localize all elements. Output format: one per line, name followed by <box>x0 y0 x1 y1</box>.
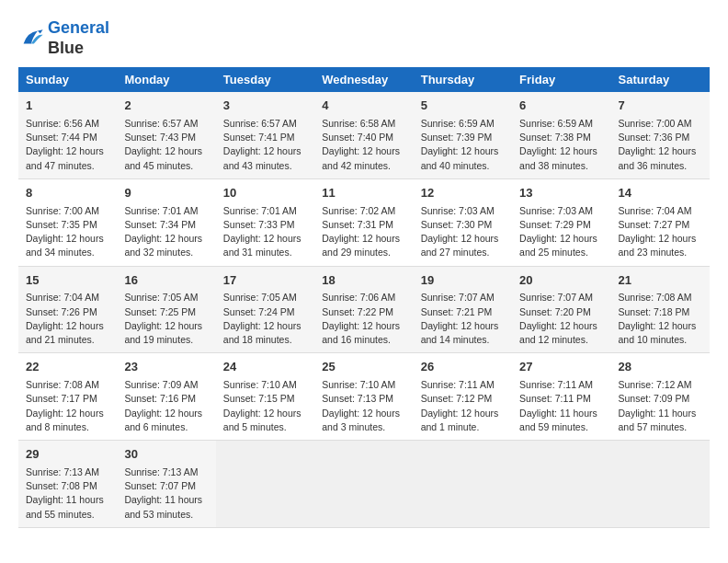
day-number: 8 <box>26 185 109 202</box>
daylight: Daylight: 12 hours and 12 minutes. <box>519 320 597 345</box>
sunrise: Sunrise: 7:12 AM <box>619 379 692 390</box>
sunrise: Sunrise: 7:11 AM <box>519 379 593 390</box>
sunrise: Sunrise: 7:07 AM <box>421 292 495 303</box>
day-number: 22 <box>26 359 109 376</box>
calendar-cell: 20Sunrise: 7:07 AMSunset: 7:20 PMDayligh… <box>512 266 610 353</box>
logo-text: General Blue <box>48 18 109 58</box>
day-number: 21 <box>619 272 702 290</box>
daylight: Daylight: 12 hours and 40 minutes. <box>421 145 499 170</box>
day-number: 14 <box>619 185 702 202</box>
sunrise: Sunrise: 7:04 AM <box>26 292 99 303</box>
calendar-cell: 28Sunrise: 7:12 AMSunset: 7:09 PMDayligh… <box>611 353 710 441</box>
day-number: 25 <box>322 359 405 376</box>
sunset: Sunset: 7:33 PM <box>223 219 295 230</box>
sunrise: Sunrise: 7:10 AM <box>322 379 395 390</box>
calendar-cell: 11Sunrise: 7:02 AMSunset: 7:31 PMDayligh… <box>314 178 413 266</box>
calendar-cell <box>611 441 710 528</box>
sunset: Sunset: 7:40 PM <box>322 132 393 143</box>
day-number: 11 <box>322 185 405 202</box>
day-number: 23 <box>124 359 208 376</box>
sunrise: Sunrise: 7:06 AM <box>322 292 395 303</box>
sunset: Sunset: 7:21 PM <box>421 306 493 317</box>
sunrise: Sunrise: 7:13 AM <box>124 466 198 477</box>
day-number: 13 <box>519 185 603 202</box>
day-number: 16 <box>124 272 208 290</box>
daylight: Daylight: 12 hours and 34 minutes. <box>26 233 104 258</box>
sunset: Sunset: 7:17 PM <box>26 393 97 404</box>
sunrise: Sunrise: 7:02 AM <box>322 205 395 216</box>
week-row-3: 15Sunrise: 7:04 AMSunset: 7:26 PMDayligh… <box>18 266 710 353</box>
sunset: Sunset: 7:11 PM <box>519 393 591 404</box>
sunrise: Sunrise: 7:10 AM <box>223 379 297 390</box>
day-number: 1 <box>26 98 109 115</box>
sunset: Sunset: 7:16 PM <box>124 393 196 404</box>
sunset: Sunset: 7:09 PM <box>619 393 690 404</box>
sunrise: Sunrise: 7:01 AM <box>124 205 198 216</box>
sunrise: Sunrise: 6:59 AM <box>421 118 495 129</box>
daylight: Daylight: 12 hours and 38 minutes. <box>519 145 597 170</box>
calendar-cell: 23Sunrise: 7:09 AMSunset: 7:16 PMDayligh… <box>117 353 215 441</box>
calendar-cell: 18Sunrise: 7:06 AMSunset: 7:22 PMDayligh… <box>314 266 413 353</box>
sunset: Sunset: 7:31 PM <box>322 219 393 230</box>
sunrise: Sunrise: 7:03 AM <box>421 205 495 216</box>
sunset: Sunset: 7:38 PM <box>519 132 591 143</box>
sunrise: Sunrise: 7:01 AM <box>223 205 297 216</box>
calendar-cell: 9Sunrise: 7:01 AMSunset: 7:34 PMDaylight… <box>117 178 215 266</box>
day-number: 28 <box>619 359 702 376</box>
sunrise: Sunrise: 7:08 AM <box>619 292 692 303</box>
sunrise: Sunrise: 7:07 AM <box>519 292 593 303</box>
sunrise: Sunrise: 7:04 AM <box>619 205 692 216</box>
daylight: Daylight: 12 hours and 31 minutes. <box>223 233 301 258</box>
day-number: 4 <box>322 98 405 115</box>
calendar-cell: 19Sunrise: 7:07 AMSunset: 7:21 PMDayligh… <box>414 266 512 353</box>
week-row-2: 8Sunrise: 7:00 AMSunset: 7:35 PMDaylight… <box>18 178 710 266</box>
column-header-monday: Monday <box>117 67 215 92</box>
week-row-4: 22Sunrise: 7:08 AMSunset: 7:17 PMDayligh… <box>18 353 710 441</box>
day-number: 26 <box>421 359 505 376</box>
sunset: Sunset: 7:24 PM <box>223 306 295 317</box>
logo: General Blue <box>18 18 109 58</box>
calendar-cell: 27Sunrise: 7:11 AMSunset: 7:11 PMDayligh… <box>512 353 610 441</box>
calendar-cell: 29Sunrise: 7:13 AMSunset: 7:08 PMDayligh… <box>18 441 117 528</box>
daylight: Daylight: 11 hours and 59 minutes. <box>519 408 597 432</box>
day-number: 10 <box>223 185 307 202</box>
sunset: Sunset: 7:30 PM <box>421 219 493 230</box>
sunset: Sunset: 7:22 PM <box>322 306 393 317</box>
calendar-cell: 26Sunrise: 7:11 AMSunset: 7:12 PMDayligh… <box>414 353 512 441</box>
week-row-1: 1Sunrise: 6:56 AMSunset: 7:44 PMDaylight… <box>18 92 710 178</box>
column-header-sunday: Sunday <box>18 67 117 92</box>
week-row-5: 29Sunrise: 7:13 AMSunset: 7:08 PMDayligh… <box>18 441 710 528</box>
daylight: Daylight: 12 hours and 19 minutes. <box>124 320 202 345</box>
calendar-cell: 22Sunrise: 7:08 AMSunset: 7:17 PMDayligh… <box>18 353 117 441</box>
sunrise: Sunrise: 7:05 AM <box>124 292 198 303</box>
calendar-cell: 5Sunrise: 6:59 AMSunset: 7:39 PMDaylight… <box>414 92 512 178</box>
sunset: Sunset: 7:15 PM <box>223 393 295 404</box>
sunrise: Sunrise: 7:00 AM <box>619 118 692 129</box>
sunset: Sunset: 7:08 PM <box>26 480 97 491</box>
calendar-cell: 8Sunrise: 7:00 AMSunset: 7:35 PMDaylight… <box>18 178 117 266</box>
sunrise: Sunrise: 7:05 AM <box>223 292 297 303</box>
sunrise: Sunrise: 6:57 AM <box>124 118 198 129</box>
sunset: Sunset: 7:29 PM <box>519 219 591 230</box>
sunset: Sunset: 7:13 PM <box>322 393 393 404</box>
sunset: Sunset: 7:36 PM <box>619 132 690 143</box>
calendar-cell: 10Sunrise: 7:01 AMSunset: 7:33 PMDayligh… <box>216 178 314 266</box>
daylight: Daylight: 12 hours and 14 minutes. <box>421 320 499 345</box>
calendar-header-row: SundayMondayTuesdayWednesdayThursdayFrid… <box>18 67 710 92</box>
sunrise: Sunrise: 7:11 AM <box>421 379 495 390</box>
daylight: Daylight: 12 hours and 43 minutes. <box>223 145 301 170</box>
sunrise: Sunrise: 7:03 AM <box>519 205 593 216</box>
calendar-cell: 3Sunrise: 6:57 AMSunset: 7:41 PMDaylight… <box>216 92 314 178</box>
calendar-cell: 13Sunrise: 7:03 AMSunset: 7:29 PMDayligh… <box>512 178 610 266</box>
daylight: Daylight: 12 hours and 42 minutes. <box>322 145 400 170</box>
calendar-cell: 17Sunrise: 7:05 AMSunset: 7:24 PMDayligh… <box>216 266 314 353</box>
day-number: 24 <box>223 359 307 376</box>
calendar-cell: 21Sunrise: 7:08 AMSunset: 7:18 PMDayligh… <box>611 266 710 353</box>
sunrise: Sunrise: 7:08 AM <box>26 379 99 390</box>
day-number: 2 <box>124 98 208 115</box>
sunset: Sunset: 7:44 PM <box>26 132 97 143</box>
daylight: Daylight: 12 hours and 29 minutes. <box>322 233 400 258</box>
day-number: 7 <box>619 98 702 115</box>
day-number: 18 <box>322 272 405 290</box>
calendar-table: SundayMondayTuesdayWednesdayThursdayFrid… <box>18 67 710 528</box>
